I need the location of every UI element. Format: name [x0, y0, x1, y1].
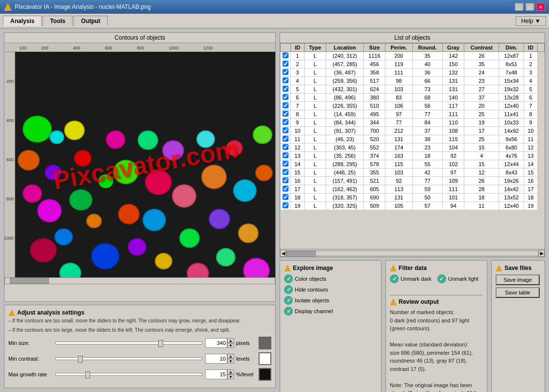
col-id2[interactable]: ID: [524, 44, 538, 52]
row-checkbox-cell[interactable]: [281, 194, 291, 202]
row-checkbox-cell[interactable]: [281, 69, 291, 77]
max-growth-up[interactable]: ▲: [227, 369, 234, 374]
min-contrast-thumb[interactable]: [78, 356, 83, 363]
row-checkbox[interactable]: [283, 119, 288, 125]
col-size[interactable]: Size: [364, 44, 385, 52]
row-checkbox-cell[interactable]: [281, 127, 291, 135]
row-checkbox[interactable]: [283, 52, 288, 58]
save-image-button[interactable]: Save image: [496, 274, 540, 285]
tab-output[interactable]: Output: [73, 16, 107, 26]
horizontal-scrollbar[interactable]: [4, 277, 275, 284]
row-checkbox[interactable]: [283, 61, 288, 67]
row-checkbox-cell[interactable]: [281, 177, 291, 185]
row-checkbox-cell[interactable]: [281, 77, 291, 85]
min-contrast-track[interactable]: [55, 357, 202, 360]
col-id[interactable]: ID: [291, 44, 305, 52]
row-checkbox[interactable]: [283, 177, 288, 183]
color-objects-btn[interactable]: ✓ Color objects: [284, 274, 377, 283]
row-checkbox-cell[interactable]: [281, 160, 291, 169]
row-checkbox[interactable]: [283, 152, 288, 158]
min-contrast-spinbox[interactable]: ▲ ▼: [205, 354, 234, 364]
isolate-objects-btn[interactable]: ✓ Isolate objects: [284, 296, 377, 305]
row-checkbox[interactable]: [283, 69, 288, 75]
min-size-track[interactable]: [55, 342, 202, 344]
row-checkbox[interactable]: [283, 169, 288, 175]
max-growth-thumb[interactable]: [85, 371, 90, 378]
max-growth-spinbox[interactable]: ▲ ▼: [205, 369, 234, 379]
hide-contours-btn[interactable]: ✓ Hide contours: [284, 285, 377, 294]
row-checkbox-cell[interactable]: [281, 85, 291, 94]
row-checkbox[interactable]: [283, 77, 288, 83]
max-growth-down[interactable]: ▼: [227, 374, 234, 379]
row-checkbox-cell[interactable]: [281, 185, 291, 194]
min-size-input[interactable]: [205, 338, 227, 348]
unmark-light-btn[interactable]: ✓ Unmark light: [437, 274, 478, 283]
scrollbar-thumb[interactable]: [10, 278, 49, 284]
row-checkbox-cell[interactable]: [281, 202, 291, 210]
row-checkbox[interactable]: [283, 194, 288, 200]
col-gray[interactable]: Gray: [442, 44, 464, 52]
min-size-spinbox[interactable]: ▲ ▼: [205, 338, 234, 348]
row-checkbox[interactable]: [283, 94, 288, 100]
table-hscroll-track[interactable]: [286, 250, 539, 256]
row-checkbox-cell[interactable]: [281, 144, 291, 152]
min-contrast-arrows[interactable]: ▲ ▼: [227, 354, 234, 364]
min-contrast-down[interactable]: ▼: [227, 359, 234, 364]
row-checkbox[interactable]: [283, 102, 288, 108]
row-checkbox-cell[interactable]: [281, 60, 291, 69]
nucleus-blob: [145, 170, 172, 195]
table-hscroll-thumb[interactable]: [286, 251, 316, 257]
col-round[interactable]: Round.: [412, 44, 442, 52]
cell-id: 15: [291, 169, 305, 177]
display-channel-btn[interactable]: ✓ Display channel: [284, 307, 377, 316]
row-checkbox-cell[interactable]: [281, 135, 291, 144]
col-perim[interactable]: Perim.: [385, 44, 412, 52]
max-growth-track[interactable]: [55, 373, 202, 376]
row-checkbox-cell[interactable]: [281, 94, 291, 102]
tab-analysis[interactable]: Analysis: [3, 16, 42, 26]
min-contrast-input[interactable]: [205, 354, 227, 364]
row-checkbox[interactable]: [283, 202, 288, 208]
min-size-thumb[interactable]: [158, 340, 163, 347]
unmark-dark-btn[interactable]: ✓ Unmark dark: [390, 274, 431, 283]
col-location[interactable]: Location: [326, 44, 363, 52]
close-button[interactable]: ✕: [536, 3, 545, 11]
min-size-arrows[interactable]: ▲ ▼: [227, 338, 234, 348]
minimize-button[interactable]: _: [515, 3, 524, 11]
row-checkbox[interactable]: [283, 86, 288, 92]
max-growth-arrows[interactable]: ▲ ▼: [227, 369, 234, 379]
min-contrast-up[interactable]: ▲: [227, 354, 234, 359]
cell-type: L: [304, 152, 326, 160]
row-checkbox-cell[interactable]: [281, 152, 291, 160]
min-size-color-btn[interactable]: [259, 337, 271, 349]
scroll-left-btn[interactable]: ◀: [280, 250, 286, 257]
row-checkbox-cell[interactable]: [281, 169, 291, 177]
min-contrast-color-btn[interactable]: [259, 352, 271, 365]
row-checkbox[interactable]: [283, 144, 288, 150]
table-wrapper[interactable]: ID Type Location Size Perim. Round. Gray…: [280, 43, 545, 249]
window-controls[interactable]: _ □ ✕: [515, 3, 545, 11]
col-dim[interactable]: Dim.: [499, 44, 524, 52]
row-checkbox[interactable]: [283, 161, 288, 167]
row-checkbox[interactable]: [283, 136, 288, 142]
tab-tools[interactable]: Tools: [43, 16, 72, 26]
row-checkbox-cell[interactable]: [281, 102, 291, 110]
help-button[interactable]: Help ▼: [516, 16, 546, 26]
col-contrast[interactable]: Contrast: [464, 44, 499, 52]
row-checkbox[interactable]: [283, 186, 288, 192]
min-size-up[interactable]: ▲: [227, 338, 234, 343]
maximize-button[interactable]: □: [525, 3, 534, 11]
row-checkbox-cell[interactable]: [281, 119, 291, 127]
row-checkbox[interactable]: [283, 111, 288, 117]
save-table-button[interactable]: Save table: [496, 287, 540, 298]
settings-panel: Adjust analysis settings – If the contou…: [4, 305, 276, 388]
row-checkbox-cell[interactable]: [281, 52, 291, 60]
scroll-right-btn[interactable]: ▶: [539, 250, 545, 257]
table-hscroll[interactable]: ◀ ▶: [280, 249, 545, 257]
max-growth-color-btn[interactable]: [259, 368, 271, 381]
row-checkbox[interactable]: [283, 127, 288, 133]
col-type[interactable]: Type: [304, 44, 326, 52]
row-checkbox-cell[interactable]: [281, 110, 291, 119]
min-size-down[interactable]: ▼: [227, 343, 234, 348]
max-growth-input[interactable]: [205, 369, 227, 379]
